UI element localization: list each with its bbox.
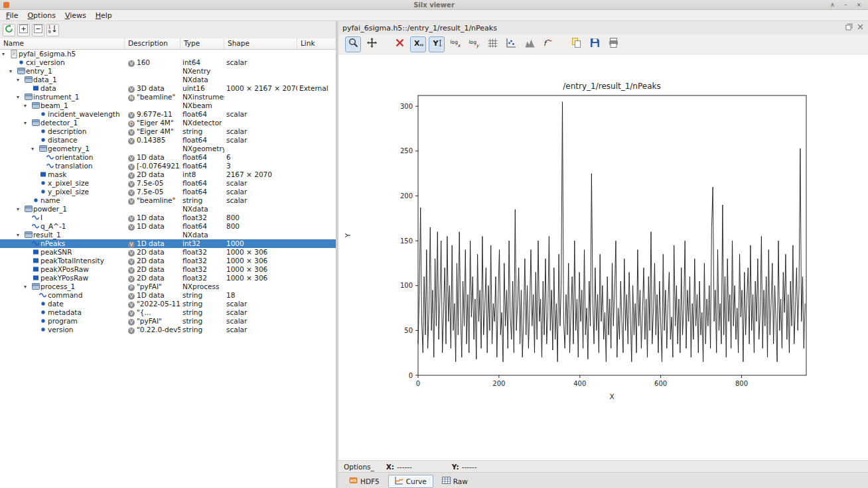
tree-row[interactable]: cxi_versionV160int64scalar <box>0 58 336 67</box>
x-autoscale-button[interactable]: X <box>410 36 426 52</box>
attribute-kind-badge: V <box>128 215 135 222</box>
expander-icon[interactable]: ▾ <box>24 119 31 127</box>
menu-options[interactable]: Options <box>23 11 60 21</box>
tick-label: 600 <box>654 380 667 387</box>
expander-icon[interactable]: ▾ <box>31 145 38 153</box>
tree-row[interactable]: ▾result_1NXdata <box>0 231 336 239</box>
group-node-icon <box>23 231 33 239</box>
tree-row[interactable]: x_pixel_sizeV7.5e-05float64scalar <box>0 179 336 188</box>
tree-row[interactable]: versionV"0.22.0-dev5"stringscalar <box>0 326 336 334</box>
tree-row[interactable]: programV"pyFAI"stringscalar <box>0 317 336 326</box>
tree-row[interactable]: ▾instrument_1N"beamline"NXinstrument <box>0 93 336 101</box>
minimize-button[interactable]: – <box>844 1 847 8</box>
node-description: V[-0.0764921... <box>125 162 181 170</box>
attribute-kind-badge: V <box>128 129 135 136</box>
node-description: V0.14385 <box>125 136 181 145</box>
expander-icon[interactable]: ▾ <box>17 93 23 101</box>
options-button[interactable]: Options_ <box>344 463 374 471</box>
copy-button[interactable] <box>568 36 584 52</box>
zoom-mode-button[interactable] <box>345 36 361 52</box>
column-header-shape[interactable]: Shape <box>224 38 297 49</box>
view-tab-raw[interactable]: Raw <box>435 475 474 488</box>
menu-views[interactable]: Views <box>60 11 91 21</box>
square-node-icon <box>38 170 48 179</box>
tree-row[interactable]: dataV3D datauint161000 × 2167 × 2070Exte… <box>0 84 336 93</box>
tree-row[interactable]: ▾data_1NXdata <box>0 76 336 84</box>
expander-icon[interactable]: ▾ <box>2 50 9 58</box>
dot-node-icon <box>38 179 48 188</box>
expand-all-button[interactable] <box>17 24 30 36</box>
expander-icon[interactable]: ▾ <box>17 76 23 84</box>
expander-icon[interactable]: ▾ <box>17 231 23 239</box>
view-tab-curve[interactable]: Curve <box>388 475 433 488</box>
tree-row[interactable]: dateV"2022-05-11...stringscalar <box>0 300 336 308</box>
dock-header-icons <box>845 23 864 32</box>
expander-icon[interactable]: ▾ <box>24 282 31 291</box>
float-window-icon[interactable] <box>845 23 853 32</box>
tree-row[interactable]: peakXPosRawV2D datafloat321000 × 306 <box>0 265 336 274</box>
node-shape: 1000 <box>224 239 297 248</box>
grid-button[interactable] <box>484 36 500 52</box>
plot-svg[interactable]: /entry_1/result_1/nPeaks 020040060080005… <box>338 54 859 436</box>
print-button[interactable] <box>605 36 621 52</box>
shade-button[interactable]: ∧ <box>830 1 835 8</box>
svg-text:X: X <box>414 39 420 48</box>
dock-close-icon[interactable] <box>857 23 864 32</box>
tree-row[interactable]: peakYPosRawV2D datafloat321000 × 306 <box>0 274 336 282</box>
node-name: incident_wavelength <box>48 110 120 119</box>
histogram-button[interactable] <box>522 36 538 52</box>
view-tab-hdf5[interactable]: H5HDF5 <box>342 475 386 488</box>
tree-row[interactable]: descriptionV"Eiger 4M"stringscalar <box>0 127 336 136</box>
sort-button[interactable]: 19 <box>46 24 59 36</box>
tree-row[interactable]: ▾entry_1NXentry <box>0 67 336 76</box>
column-header-link[interactable]: Link <box>297 38 336 49</box>
tree-row[interactable]: maskV2D dataint82167 × 2070 <box>0 170 336 179</box>
tree-row[interactable]: orientationV1D datafloat646 <box>0 153 336 162</box>
tree-row[interactable]: commandV1D datastring18 <box>0 291 336 300</box>
tree-row[interactable]: peakSNRV2D datafloat321000 × 306 <box>0 248 336 257</box>
column-header-type[interactable]: Type <box>181 38 224 49</box>
menu-file[interactable]: File <box>1 11 23 21</box>
tree-row[interactable]: nPeaksV1D dataint321000 <box>0 239 336 248</box>
tree-row[interactable]: ▾detector_1D"Eiger 4M"NXdetector <box>0 119 336 127</box>
tree-rows: ▾pyfai_6sigma.h5cxi_versionV160int64scal… <box>0 50 336 488</box>
y-log-button[interactable]: logy <box>466 36 482 52</box>
fit-button[interactable]: f <box>540 36 556 52</box>
tree-row[interactable]: y_pixel_sizeV7.5e-05float64scalar <box>0 188 336 196</box>
plot-canvas[interactable]: /entry_1/result_1/nPeaks 020040060080005… <box>338 54 868 460</box>
tree-row[interactable]: ▾geometry_1NXgeometry <box>0 145 336 153</box>
tree-row[interactable]: ▾process_1P"pyFAI"NXprocess <box>0 282 336 291</box>
dot-node-icon <box>38 300 48 308</box>
tree-row[interactable]: peakTotalIntensityV2D datafloat321000 × … <box>0 257 336 265</box>
dot-node-icon <box>38 110 48 119</box>
tree-row[interactable]: metadataV"{...stringscalar <box>0 308 336 317</box>
menu-help[interactable]: Help <box>91 11 117 21</box>
save-button[interactable] <box>587 36 603 52</box>
expander-icon[interactable]: ▾ <box>24 101 31 110</box>
tree-row[interactable]: ▾beam_1NXbeam <box>0 101 336 110</box>
tree-row[interactable]: q_A^-1V1D datafloat64800 <box>0 222 336 231</box>
tree-row[interactable]: distanceV0.14385float64scalar <box>0 136 336 145</box>
tree-row[interactable]: IV1D datafloat32800 <box>0 213 336 222</box>
column-header-name[interactable]: Name <box>0 38 125 49</box>
tree-row[interactable]: translationV[-0.0764921...float643 <box>0 162 336 170</box>
column-header-description[interactable]: Description <box>125 38 181 49</box>
tree-row[interactable]: nameV"beamline"stringscalar <box>0 196 336 205</box>
tree-row[interactable]: incident_wavelengthV9.677e-11float64scal… <box>0 110 336 119</box>
x-log-button[interactable]: logx <box>447 36 463 52</box>
node-name: metadata <box>48 308 82 317</box>
pan-mode-button[interactable] <box>364 36 380 52</box>
refresh-button[interactable] <box>3 24 15 36</box>
curve-icon <box>395 476 403 486</box>
tree-row[interactable]: ▾powder_1NXdata <box>0 205 336 213</box>
tick-label: 0 <box>416 380 420 387</box>
tree-row[interactable]: ▾pyfai_6sigma.h5 <box>0 50 336 58</box>
reset-zoom-button[interactable] <box>392 36 407 52</box>
expander-icon[interactable]: ▾ <box>9 67 16 76</box>
close-button[interactable]: × <box>856 1 861 8</box>
curve-style-button[interactable] <box>503 36 519 52</box>
expander-icon[interactable]: ▾ <box>17 205 23 213</box>
y-autoscale-button[interactable]: Y <box>429 36 445 52</box>
collapse-all-button[interactable] <box>32 24 44 36</box>
attribute-kind-badge: V <box>128 302 135 308</box>
